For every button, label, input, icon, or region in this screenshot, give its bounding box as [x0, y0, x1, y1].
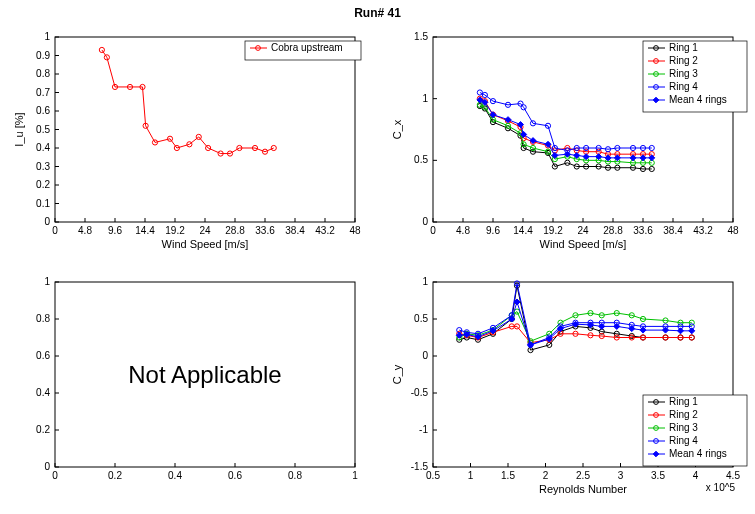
panel-top-left: 04.89.614.419.22428.833.638.443.24800.10…	[0, 22, 378, 267]
svg-text:0.6: 0.6	[228, 470, 242, 481]
svg-text:4.5: 4.5	[726, 470, 740, 481]
svg-text:I_u [%]: I_u [%]	[13, 112, 25, 146]
svg-text:48: 48	[349, 225, 361, 236]
svg-text:Ring 1: Ring 1	[669, 42, 698, 53]
svg-text:C_y: C_y	[391, 364, 403, 384]
svg-text:0.4: 0.4	[36, 142, 50, 153]
svg-text:0: 0	[52, 470, 58, 481]
svg-text:14.4: 14.4	[135, 225, 155, 236]
svg-text:1: 1	[467, 470, 473, 481]
svg-text:-0.5: -0.5	[410, 387, 428, 398]
svg-text:1: 1	[44, 31, 50, 42]
svg-text:43.2: 43.2	[693, 225, 713, 236]
svg-text:4.8: 4.8	[456, 225, 470, 236]
svg-rect-0	[55, 37, 355, 222]
panel-bottom-left: 00.20.40.60.8100.20.40.60.81Not Applicab…	[0, 267, 378, 512]
svg-text:C_x: C_x	[391, 119, 403, 139]
svg-text:9.6: 9.6	[108, 225, 122, 236]
svg-text:0: 0	[422, 216, 428, 227]
svg-text:2: 2	[542, 470, 548, 481]
svg-text:0: 0	[52, 225, 58, 236]
svg-text:0.8: 0.8	[36, 313, 50, 324]
svg-text:0.9: 0.9	[36, 50, 50, 61]
svg-text:38.4: 38.4	[663, 225, 683, 236]
svg-text:x 10^5: x 10^5	[705, 482, 735, 493]
svg-text:3: 3	[617, 470, 623, 481]
svg-text:0.1: 0.1	[36, 198, 50, 209]
chart-grid: 04.89.614.419.22428.833.638.443.24800.10…	[0, 22, 755, 512]
svg-text:0.4: 0.4	[36, 387, 50, 398]
svg-text:Ring 4: Ring 4	[669, 435, 698, 446]
svg-text:0.5: 0.5	[414, 154, 428, 165]
svg-text:Ring 1: Ring 1	[669, 396, 698, 407]
svg-text:0.2: 0.2	[36, 424, 50, 435]
svg-text:1.5: 1.5	[414, 31, 428, 42]
svg-text:Wind Speed [m/s]: Wind Speed [m/s]	[162, 238, 249, 250]
svg-text:0.8: 0.8	[36, 68, 50, 79]
svg-text:0.2: 0.2	[108, 470, 122, 481]
svg-text:Wind Speed [m/s]: Wind Speed [m/s]	[539, 238, 626, 250]
svg-text:1: 1	[44, 276, 50, 287]
svg-text:28.8: 28.8	[603, 225, 623, 236]
svg-text:Ring 2: Ring 2	[669, 409, 698, 420]
svg-text:Ring 2: Ring 2	[669, 55, 698, 66]
svg-text:19.2: 19.2	[165, 225, 185, 236]
svg-text:24: 24	[577, 225, 589, 236]
svg-point-47	[99, 47, 104, 52]
svg-text:24: 24	[199, 225, 211, 236]
svg-text:0.7: 0.7	[36, 87, 50, 98]
svg-text:0.5: 0.5	[414, 313, 428, 324]
svg-text:0.5: 0.5	[36, 124, 50, 135]
svg-text:1: 1	[422, 276, 428, 287]
svg-text:2.5: 2.5	[576, 470, 590, 481]
svg-text:1: 1	[352, 470, 358, 481]
svg-text:0.8: 0.8	[288, 470, 302, 481]
svg-text:4.8: 4.8	[78, 225, 92, 236]
svg-text:33.6: 33.6	[255, 225, 275, 236]
svg-text:-1: -1	[419, 424, 428, 435]
svg-text:48: 48	[727, 225, 739, 236]
svg-text:33.6: 33.6	[633, 225, 653, 236]
svg-text:Mean 4 rings: Mean 4 rings	[669, 94, 727, 105]
svg-text:14.4: 14.4	[513, 225, 533, 236]
svg-text:0.2: 0.2	[36, 179, 50, 190]
svg-text:0.5: 0.5	[426, 470, 440, 481]
svg-text:43.2: 43.2	[315, 225, 335, 236]
svg-text:3.5: 3.5	[651, 470, 665, 481]
svg-text:0.6: 0.6	[36, 350, 50, 361]
svg-text:0.4: 0.4	[168, 470, 182, 481]
svg-text:1.5: 1.5	[501, 470, 515, 481]
page-title: Run# 41	[0, 0, 755, 22]
svg-text:Ring 3: Ring 3	[669, 68, 698, 79]
svg-text:0.6: 0.6	[36, 105, 50, 116]
svg-text:19.2: 19.2	[543, 225, 563, 236]
svg-text:9.6: 9.6	[486, 225, 500, 236]
svg-text:-1.5: -1.5	[410, 461, 428, 472]
svg-text:38.4: 38.4	[285, 225, 305, 236]
svg-text:Mean 4 rings: Mean 4 rings	[669, 448, 727, 459]
svg-text:0.3: 0.3	[36, 161, 50, 172]
svg-text:4: 4	[692, 470, 698, 481]
svg-text:Cobra upstream: Cobra upstream	[271, 42, 343, 53]
svg-text:Ring 3: Ring 3	[669, 422, 698, 433]
panel-bottom-right: 0.511.522.533.544.5-1.5-1-0.500.51Reynol…	[378, 267, 756, 512]
svg-text:0: 0	[44, 461, 50, 472]
svg-text:28.8: 28.8	[225, 225, 245, 236]
svg-text:0: 0	[422, 350, 428, 361]
svg-text:Ring 4: Ring 4	[669, 81, 698, 92]
svg-text:Reynolds Number: Reynolds Number	[538, 483, 626, 495]
panel-top-right: 04.89.614.419.22428.833.638.443.24800.51…	[378, 22, 756, 267]
svg-text:0: 0	[44, 216, 50, 227]
svg-text:0: 0	[430, 225, 436, 236]
svg-text:Not Applicable: Not Applicable	[128, 361, 281, 388]
svg-text:1: 1	[422, 93, 428, 104]
